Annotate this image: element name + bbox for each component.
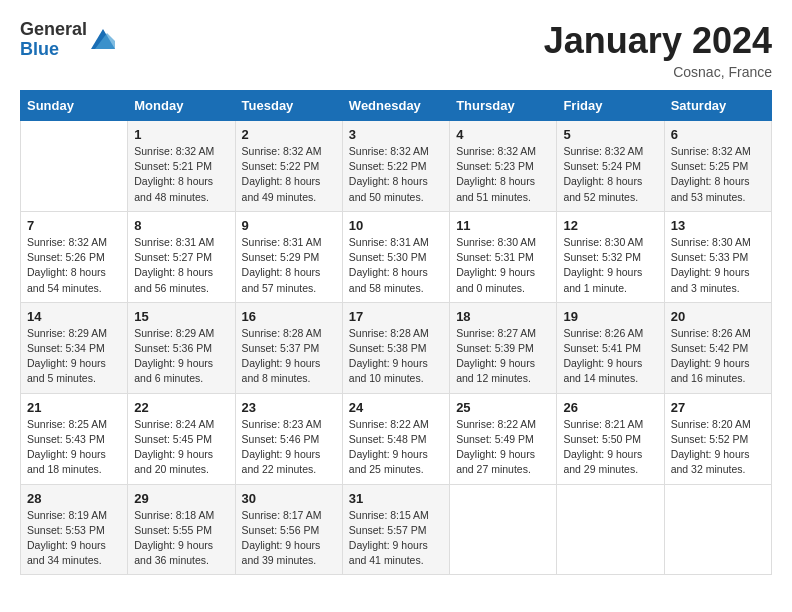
calendar-week-row: 7 Sunrise: 8:32 AM Sunset: 5:26 PM Dayli… xyxy=(21,211,772,302)
day-info: Sunrise: 8:26 AM Sunset: 5:42 PM Dayligh… xyxy=(671,326,765,387)
sunset-text: Sunset: 5:25 PM xyxy=(671,160,749,172)
daylight-text: Daylight: 9 hours and 39 minutes. xyxy=(242,539,321,566)
calendar-cell xyxy=(557,484,664,575)
header-friday: Friday xyxy=(557,91,664,121)
day-info: Sunrise: 8:32 AM Sunset: 5:21 PM Dayligh… xyxy=(134,144,228,205)
day-info: Sunrise: 8:32 AM Sunset: 5:26 PM Dayligh… xyxy=(27,235,121,296)
day-info: Sunrise: 8:22 AM Sunset: 5:48 PM Dayligh… xyxy=(349,417,443,478)
sunset-text: Sunset: 5:45 PM xyxy=(134,433,212,445)
header-row: Sunday Monday Tuesday Wednesday Thursday… xyxy=(21,91,772,121)
calendar-cell: 16 Sunrise: 8:28 AM Sunset: 5:37 PM Dayl… xyxy=(235,302,342,393)
calendar-cell: 22 Sunrise: 8:24 AM Sunset: 5:45 PM Dayl… xyxy=(128,393,235,484)
day-number: 11 xyxy=(456,218,550,233)
calendar-cell xyxy=(21,121,128,212)
sunset-text: Sunset: 5:27 PM xyxy=(134,251,212,263)
daylight-text: Daylight: 8 hours and 56 minutes. xyxy=(134,266,213,293)
sunrise-text: Sunrise: 8:31 AM xyxy=(242,236,322,248)
sunrise-text: Sunrise: 8:28 AM xyxy=(242,327,322,339)
calendar-cell: 20 Sunrise: 8:26 AM Sunset: 5:42 PM Dayl… xyxy=(664,302,771,393)
calendar-cell: 15 Sunrise: 8:29 AM Sunset: 5:36 PM Dayl… xyxy=(128,302,235,393)
day-info: Sunrise: 8:23 AM Sunset: 5:46 PM Dayligh… xyxy=(242,417,336,478)
day-number: 25 xyxy=(456,400,550,415)
day-number: 7 xyxy=(27,218,121,233)
sunrise-text: Sunrise: 8:32 AM xyxy=(134,145,214,157)
sunrise-text: Sunrise: 8:32 AM xyxy=(456,145,536,157)
sunrise-text: Sunrise: 8:32 AM xyxy=(671,145,751,157)
day-info: Sunrise: 8:31 AM Sunset: 5:29 PM Dayligh… xyxy=(242,235,336,296)
daylight-text: Daylight: 9 hours and 36 minutes. xyxy=(134,539,213,566)
sunset-text: Sunset: 5:41 PM xyxy=(563,342,641,354)
day-number: 3 xyxy=(349,127,443,142)
sunset-text: Sunset: 5:43 PM xyxy=(27,433,105,445)
sunrise-text: Sunrise: 8:28 AM xyxy=(349,327,429,339)
day-info: Sunrise: 8:30 AM Sunset: 5:31 PM Dayligh… xyxy=(456,235,550,296)
sunset-text: Sunset: 5:49 PM xyxy=(456,433,534,445)
calendar-cell: 2 Sunrise: 8:32 AM Sunset: 5:22 PM Dayli… xyxy=(235,121,342,212)
calendar-cell: 24 Sunrise: 8:22 AM Sunset: 5:48 PM Dayl… xyxy=(342,393,449,484)
daylight-text: Daylight: 8 hours and 52 minutes. xyxy=(563,175,642,202)
day-number: 2 xyxy=(242,127,336,142)
daylight-text: Daylight: 8 hours and 48 minutes. xyxy=(134,175,213,202)
day-number: 24 xyxy=(349,400,443,415)
header-thursday: Thursday xyxy=(450,91,557,121)
day-number: 21 xyxy=(27,400,121,415)
sunset-text: Sunset: 5:50 PM xyxy=(563,433,641,445)
daylight-text: Daylight: 9 hours and 29 minutes. xyxy=(563,448,642,475)
day-number: 27 xyxy=(671,400,765,415)
daylight-text: Daylight: 8 hours and 53 minutes. xyxy=(671,175,750,202)
calendar-week-row: 14 Sunrise: 8:29 AM Sunset: 5:34 PM Dayl… xyxy=(21,302,772,393)
daylight-text: Daylight: 9 hours and 34 minutes. xyxy=(27,539,106,566)
day-info: Sunrise: 8:21 AM Sunset: 5:50 PM Dayligh… xyxy=(563,417,657,478)
sunset-text: Sunset: 5:57 PM xyxy=(349,524,427,536)
day-info: Sunrise: 8:17 AM Sunset: 5:56 PM Dayligh… xyxy=(242,508,336,569)
day-info: Sunrise: 8:30 AM Sunset: 5:33 PM Dayligh… xyxy=(671,235,765,296)
calendar-cell: 19 Sunrise: 8:26 AM Sunset: 5:41 PM Dayl… xyxy=(557,302,664,393)
sunset-text: Sunset: 5:42 PM xyxy=(671,342,749,354)
calendar-cell: 30 Sunrise: 8:17 AM Sunset: 5:56 PM Dayl… xyxy=(235,484,342,575)
daylight-text: Daylight: 9 hours and 27 minutes. xyxy=(456,448,535,475)
page-header: General Blue January 2024 Cosnac, France xyxy=(20,20,772,80)
calendar-cell: 4 Sunrise: 8:32 AM Sunset: 5:23 PM Dayli… xyxy=(450,121,557,212)
calendar-cell: 18 Sunrise: 8:27 AM Sunset: 5:39 PM Dayl… xyxy=(450,302,557,393)
sunset-text: Sunset: 5:37 PM xyxy=(242,342,320,354)
calendar-week-row: 1 Sunrise: 8:32 AM Sunset: 5:21 PM Dayli… xyxy=(21,121,772,212)
calendar-cell: 14 Sunrise: 8:29 AM Sunset: 5:34 PM Dayl… xyxy=(21,302,128,393)
sunset-text: Sunset: 5:48 PM xyxy=(349,433,427,445)
calendar-cell: 17 Sunrise: 8:28 AM Sunset: 5:38 PM Dayl… xyxy=(342,302,449,393)
calendar-cell: 10 Sunrise: 8:31 AM Sunset: 5:30 PM Dayl… xyxy=(342,211,449,302)
day-info: Sunrise: 8:32 AM Sunset: 5:22 PM Dayligh… xyxy=(242,144,336,205)
day-number: 29 xyxy=(134,491,228,506)
calendar-cell: 5 Sunrise: 8:32 AM Sunset: 5:24 PM Dayli… xyxy=(557,121,664,212)
sunrise-text: Sunrise: 8:32 AM xyxy=(563,145,643,157)
day-number: 31 xyxy=(349,491,443,506)
day-number: 15 xyxy=(134,309,228,324)
day-number: 13 xyxy=(671,218,765,233)
day-number: 9 xyxy=(242,218,336,233)
calendar-cell: 8 Sunrise: 8:31 AM Sunset: 5:27 PM Dayli… xyxy=(128,211,235,302)
sunset-text: Sunset: 5:24 PM xyxy=(563,160,641,172)
sunrise-text: Sunrise: 8:22 AM xyxy=(456,418,536,430)
day-number: 5 xyxy=(563,127,657,142)
sunrise-text: Sunrise: 8:30 AM xyxy=(563,236,643,248)
logo-general-text: General xyxy=(20,20,87,40)
sunrise-text: Sunrise: 8:26 AM xyxy=(671,327,751,339)
day-number: 12 xyxy=(563,218,657,233)
calendar-cell: 12 Sunrise: 8:30 AM Sunset: 5:32 PM Dayl… xyxy=(557,211,664,302)
sunrise-text: Sunrise: 8:25 AM xyxy=(27,418,107,430)
logo-blue-text: Blue xyxy=(20,40,87,60)
calendar-cell: 25 Sunrise: 8:22 AM Sunset: 5:49 PM Dayl… xyxy=(450,393,557,484)
sunrise-text: Sunrise: 8:32 AM xyxy=(27,236,107,248)
logo: General Blue xyxy=(20,20,115,60)
daylight-text: Daylight: 8 hours and 57 minutes. xyxy=(242,266,321,293)
daylight-text: Daylight: 8 hours and 51 minutes. xyxy=(456,175,535,202)
day-number: 18 xyxy=(456,309,550,324)
header-wednesday: Wednesday xyxy=(342,91,449,121)
daylight-text: Daylight: 8 hours and 49 minutes. xyxy=(242,175,321,202)
day-number: 23 xyxy=(242,400,336,415)
sunrise-text: Sunrise: 8:26 AM xyxy=(563,327,643,339)
sunset-text: Sunset: 5:53 PM xyxy=(27,524,105,536)
sunset-text: Sunset: 5:46 PM xyxy=(242,433,320,445)
sunrise-text: Sunrise: 8:18 AM xyxy=(134,509,214,521)
header-monday: Monday xyxy=(128,91,235,121)
calendar-cell: 28 Sunrise: 8:19 AM Sunset: 5:53 PM Dayl… xyxy=(21,484,128,575)
